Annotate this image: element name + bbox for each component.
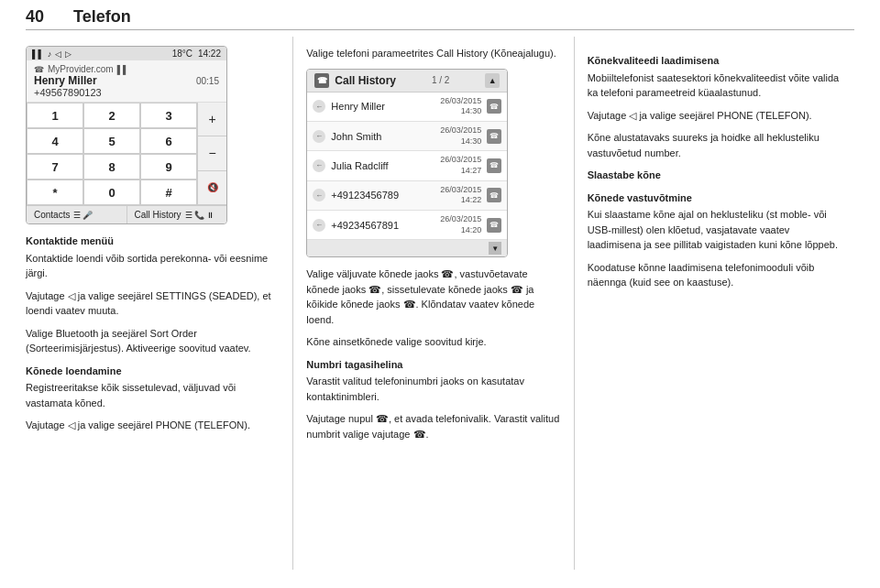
ch-call-btn-1[interactable]: ☎ bbox=[487, 129, 501, 144]
col3-text-5: Koodatuse kõnne laadimisena telefonimood… bbox=[588, 260, 842, 290]
ch-call-btn-3[interactable]: ☎ bbox=[487, 188, 501, 202]
column-2: Valige telefoni parameetrites Call Histo… bbox=[293, 37, 574, 570]
call-history-label: Call History bbox=[135, 210, 182, 220]
dialpad-3[interactable]: 3 bbox=[140, 103, 197, 128]
col3-text-3: Kõne alustatavaks suureks ja hoidke all … bbox=[588, 130, 842, 160]
dialpad: 1 2 3 4 5 6 7 8 9 * bbox=[27, 103, 197, 205]
phone-mockup: ▌▌ ♪ ◁ ▷ 18°C 14:22 ☎ MyProvider.com ▌▌ bbox=[26, 46, 227, 224]
col2-heading-1: Numbri tagasihelina bbox=[306, 357, 560, 373]
incoming-call-icon-2: ← bbox=[313, 159, 325, 172]
signal-icon: ▌▌ bbox=[32, 49, 44, 59]
ch-entry-0: ← Henry Miller 26/03/201514:30 ☎ bbox=[307, 93, 507, 122]
ch-scroll-up[interactable]: ▲ bbox=[485, 73, 500, 88]
column-1: ▌▌ ♪ ◁ ▷ 18°C 14:22 ☎ MyProvider.com ▌▌ bbox=[26, 37, 293, 570]
col3-text-2: Vajutage ◁ ja valige seejärel PHONE (TEL… bbox=[588, 108, 842, 124]
dialpad-6[interactable]: 6 bbox=[140, 128, 197, 154]
ch-name-2: Julia Radcliff bbox=[331, 160, 434, 171]
dialpad-4[interactable]: 4 bbox=[27, 128, 83, 154]
mic-icon: 🎤 bbox=[82, 211, 93, 220]
phone-sidebar-controls: + − 🔇 bbox=[197, 103, 226, 205]
col2-text-2: Kõne ainsetkõnede valige soovitud kirje. bbox=[306, 334, 560, 350]
ch-name-3: +49123456789 bbox=[331, 190, 434, 201]
call-timer: 00:15 bbox=[196, 76, 219, 86]
ch-entry-1: ← John Smith 26/03/201514:30 ☎ bbox=[307, 122, 507, 151]
ch-entry-3: ← +49123456789 26/03/201514:22 ☎ bbox=[307, 181, 507, 211]
col3-text-4: Kui slaastame kõne ajal on heklusteliku … bbox=[588, 207, 842, 253]
call-history-mockup: ☎ Call History 1 / 2 ▲ ← Henry Miller 26… bbox=[306, 69, 508, 258]
dialpad-5[interactable]: 5 bbox=[83, 128, 140, 154]
col3-heading-1: Kõnekvaliteedi laadimisena bbox=[588, 53, 842, 69]
ch-header-left: ☎ Call History bbox=[314, 73, 396, 88]
incoming-call-icon-0: ← bbox=[313, 100, 325, 113]
col3-heading-2: Slaastabe kõne bbox=[588, 168, 842, 183]
ch-date-3: 26/03/201514:22 bbox=[440, 185, 481, 206]
incoming-call-icon-3: ← bbox=[313, 189, 325, 201]
ch-entry-4: ← +49234567891 26/03/201514:20 ☎ bbox=[307, 211, 507, 240]
contacts-tab[interactable]: Contacts ☰ 🎤 bbox=[27, 206, 127, 223]
history-icon: ☰ bbox=[185, 211, 192, 220]
phone-caller-info: ☎ MyProvider.com ▌▌ Henry Miller +495678… bbox=[27, 60, 226, 103]
contacts-list-icon: ☰ bbox=[73, 211, 81, 220]
dialpad-1[interactable]: 1 bbox=[27, 103, 83, 128]
col2-intro: Valige telefoni parameetrites Call Histo… bbox=[306, 46, 560, 61]
col2-text-1: Valige väljuvate kõnede jaoks ☎, vastuvõ… bbox=[306, 267, 560, 327]
music-icon: ♪ bbox=[48, 49, 52, 59]
page-number: 40 bbox=[26, 7, 44, 27]
phone-icon-small: 📞 bbox=[194, 211, 204, 220]
provider-icon: ☎ bbox=[34, 65, 44, 74]
top-rule bbox=[26, 29, 854, 30]
ch-phone-icon: ☎ bbox=[314, 73, 329, 88]
incoming-call-icon-1: ← bbox=[313, 130, 325, 143]
volume-down-button[interactable]: − bbox=[198, 136, 226, 170]
column-3: Kõnekvaliteedi laadimisena Mobiiltelefon… bbox=[575, 37, 854, 570]
ch-scroll-down[interactable]: ▼ bbox=[489, 242, 501, 255]
dialpad-row-4: * 0 # bbox=[27, 180, 197, 205]
dialpad-2[interactable]: 2 bbox=[83, 103, 140, 128]
col1-text-1: Kontaktide loendi võib sortida perekonna… bbox=[26, 251, 280, 281]
back-icon[interactable]: ◁ bbox=[55, 49, 61, 59]
ch-date-1: 26/03/201514:30 bbox=[440, 125, 481, 147]
call-history-tab[interactable]: Call History ☰ 📞 ⏸ bbox=[127, 206, 227, 223]
col2-text-3: Varastit valitud telefoninumbri jaoks on… bbox=[306, 374, 560, 404]
volume-mute-button[interactable]: 🔇 bbox=[198, 171, 226, 205]
col1-text-4: Registreeritakse kõik sissetulevad, välj… bbox=[26, 380, 280, 410]
ch-name-0: Henry Miller bbox=[331, 101, 434, 112]
dialpad-hash[interactable]: # bbox=[140, 180, 197, 205]
phone-body: 1 2 3 4 5 6 7 8 9 * bbox=[27, 103, 226, 205]
dialpad-star[interactable]: * bbox=[27, 180, 83, 205]
forward-icon[interactable]: ▷ bbox=[65, 49, 72, 59]
call-history-icons: ☰ 📞 ⏸ bbox=[185, 211, 214, 220]
contacts-label: Contacts bbox=[34, 210, 70, 220]
ch-call-btn-0[interactable]: ☎ bbox=[487, 99, 501, 114]
call-history-title: Call History bbox=[335, 74, 396, 87]
dialpad-0[interactable]: 0 bbox=[83, 180, 140, 205]
ch-page-indicator: 1 / 2 bbox=[432, 75, 449, 85]
col2-text-4: Vajutage nupul ☎, et avada telefonivalik… bbox=[306, 411, 560, 441]
col3-text-1: Mobiiltelefonist saatesektori kõnekvalit… bbox=[588, 71, 842, 101]
col1-text-3: Valige Bluetooth ja seejärel Sort Order … bbox=[26, 326, 280, 356]
provider-name: ☎ MyProvider.com ▌▌ bbox=[34, 64, 128, 74]
dialpad-row-1: 1 2 3 bbox=[27, 103, 197, 128]
contacts-icons: ☰ 🎤 bbox=[73, 211, 93, 220]
dialpad-9[interactable]: 9 bbox=[140, 154, 197, 180]
dialpad-8[interactable]: 8 bbox=[83, 154, 140, 180]
call-history-header: ☎ Call History 1 / 2 ▲ bbox=[307, 70, 507, 93]
signal-bars: ▌▌ bbox=[117, 65, 129, 74]
caller-details: ☎ MyProvider.com ▌▌ Henry Miller +495678… bbox=[34, 64, 128, 98]
page-title: Telefon bbox=[73, 7, 131, 27]
col1-heading-2: Kõnede loendamine bbox=[26, 364, 280, 379]
ch-entry-2: ← Julia Radcliff 26/03/201514:27 ☎ bbox=[307, 151, 507, 180]
dialpad-7[interactable]: 7 bbox=[27, 154, 83, 180]
incoming-call-icon-4: ← bbox=[313, 219, 325, 232]
ch-call-btn-4[interactable]: ☎ bbox=[487, 218, 501, 233]
ch-name-4: +49234567891 bbox=[331, 220, 434, 231]
volume-up-button[interactable]: + bbox=[198, 103, 226, 136]
col1-heading-1: Kontaktide menüü bbox=[26, 234, 280, 249]
ch-date-0: 26/03/201514:30 bbox=[440, 96, 481, 117]
ch-footer: ▼ bbox=[307, 240, 507, 256]
statusbar-right: 18°C 14:22 bbox=[172, 49, 221, 59]
ch-call-btn-2[interactable]: ☎ bbox=[487, 158, 501, 173]
clock: 14:22 bbox=[198, 49, 221, 59]
ch-date-2: 26/03/201514:27 bbox=[440, 155, 481, 176]
phone-statusbar: ▌▌ ♪ ◁ ▷ 18°C 14:22 bbox=[27, 47, 226, 60]
